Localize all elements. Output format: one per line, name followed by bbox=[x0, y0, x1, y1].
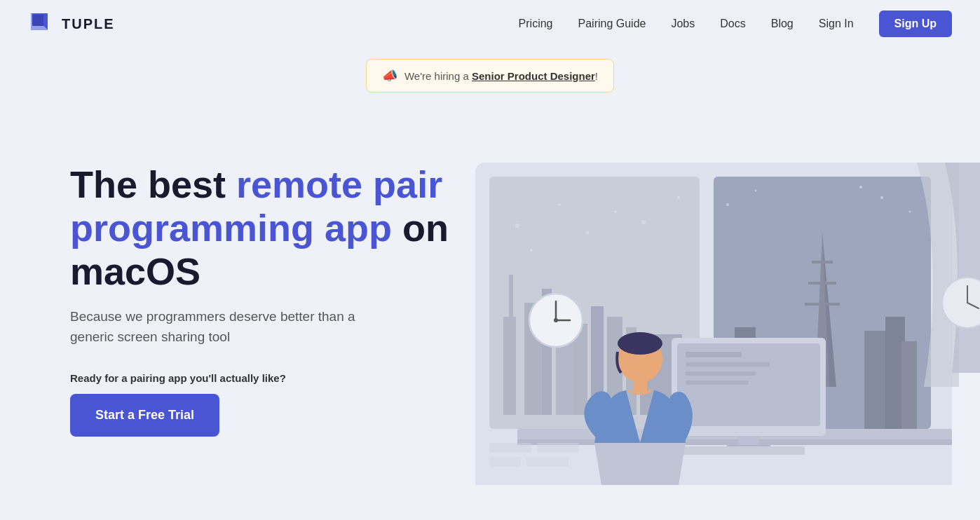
hero-illustration bbox=[433, 121, 980, 485]
svg-point-18 bbox=[614, 210, 617, 213]
svg-rect-78 bbox=[489, 457, 521, 467]
brand-name: TUPLE bbox=[62, 16, 115, 32]
cta-label: Ready for a pairing app you'll actually … bbox=[70, 372, 463, 384]
svg-point-38 bbox=[859, 186, 862, 189]
svg-point-20 bbox=[530, 249, 533, 252]
header: TUPLE Pricing Pairing Guide Jobs Docs Bl… bbox=[0, 0, 980, 48]
svg-rect-45 bbox=[686, 371, 756, 376]
signup-button[interactable]: Sign Up bbox=[879, 11, 952, 37]
hero-section: The best remote pair programming app on … bbox=[0, 93, 980, 485]
svg-point-17 bbox=[586, 231, 590, 235]
svg-rect-47 bbox=[738, 436, 759, 446]
main-nav: Pricing Pairing Guide Jobs Docs Blog Sig… bbox=[519, 11, 952, 37]
svg-point-51 bbox=[618, 332, 662, 355]
svg-rect-52 bbox=[633, 380, 647, 392]
svg-rect-40 bbox=[517, 439, 952, 445]
svg-point-37 bbox=[909, 211, 911, 213]
hiring-link[interactable]: Senior Product Designer bbox=[472, 70, 595, 82]
svg-rect-79 bbox=[526, 457, 569, 467]
nav-blog[interactable]: Blog bbox=[771, 18, 794, 30]
svg-rect-5 bbox=[503, 317, 516, 415]
svg-rect-33 bbox=[901, 341, 917, 429]
svg-point-19 bbox=[641, 220, 646, 224]
nav-signin[interactable]: Sign In bbox=[819, 18, 854, 30]
svg-point-15 bbox=[515, 224, 519, 228]
hero-title: The best remote pair programming app on … bbox=[70, 163, 463, 293]
svg-rect-25 bbox=[812, 261, 833, 264]
svg-point-16 bbox=[558, 203, 561, 206]
svg-point-21 bbox=[677, 196, 680, 199]
svg-point-35 bbox=[755, 190, 757, 192]
svg-rect-6 bbox=[509, 275, 513, 317]
svg-rect-44 bbox=[686, 362, 770, 367]
logo[interactable]: TUPLE bbox=[28, 11, 115, 37]
megaphone-icon: 📣 bbox=[382, 68, 397, 83]
hero-subtitle: Because we programmers deserve better th… bbox=[70, 307, 393, 347]
nav-docs[interactable]: Docs bbox=[720, 18, 745, 30]
svg-rect-77 bbox=[537, 443, 579, 453]
svg-point-70 bbox=[653, 458, 676, 472]
svg-rect-26 bbox=[808, 282, 836, 285]
hiring-banner-container: 📣 We're hiring a Senior Product Designer… bbox=[0, 59, 980, 93]
banner-text: We're hiring a Senior Product Designer! bbox=[404, 70, 598, 82]
hero-text: The best remote pair programming app on … bbox=[70, 121, 463, 437]
svg-rect-43 bbox=[686, 352, 742, 357]
svg-rect-76 bbox=[489, 443, 531, 453]
svg-rect-27 bbox=[805, 303, 840, 306]
svg-rect-49 bbox=[679, 446, 805, 455]
logo-icon bbox=[28, 11, 55, 37]
nav-pricing[interactable]: Pricing bbox=[519, 18, 553, 30]
svg-point-75 bbox=[554, 318, 558, 322]
hero-title-plain: The best bbox=[70, 163, 236, 205]
nav-jobs[interactable]: Jobs bbox=[671, 18, 695, 30]
svg-point-36 bbox=[880, 196, 883, 199]
start-trial-button[interactable]: Start a Free Trial bbox=[70, 394, 219, 437]
nav-pairing-guide[interactable]: Pairing Guide bbox=[578, 18, 646, 30]
svg-rect-2 bbox=[32, 15, 43, 26]
svg-rect-46 bbox=[686, 381, 749, 385]
svg-rect-31 bbox=[864, 331, 889, 429]
hiring-banner: 📣 We're hiring a Senior Product Designer… bbox=[366, 59, 614, 93]
svg-point-34 bbox=[726, 203, 729, 206]
